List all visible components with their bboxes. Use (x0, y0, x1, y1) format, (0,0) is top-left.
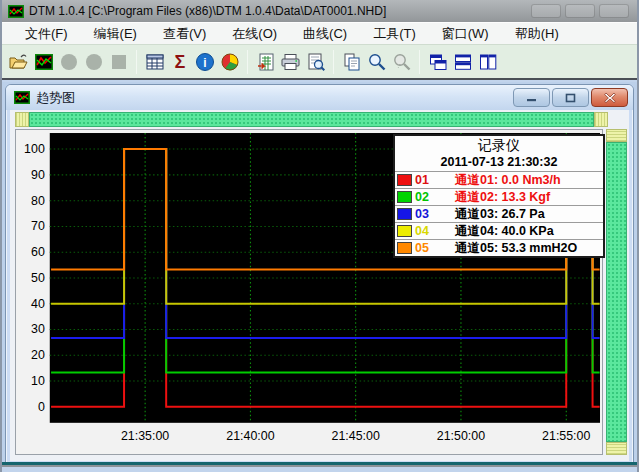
menu-item-window[interactable]: 窗口(W) (429, 23, 502, 45)
sum-sigma-icon: Σ (170, 52, 190, 72)
scroll-right-button[interactable] (594, 112, 608, 127)
sum-sigma-button[interactable]: Σ (167, 49, 192, 75)
y-tick-label: 70 (31, 219, 45, 233)
menu-item-tools[interactable]: 工具(T) (360, 23, 429, 45)
trend-view-button[interactable] (31, 49, 56, 75)
vertical-scrollbar[interactable] (606, 129, 627, 455)
legend-box: 记录仪 2011-07-13 21:30:32 01通道01: 0.0 Nm3/… (393, 134, 605, 258)
zoom-out-icon (392, 52, 412, 72)
scroll-down-button[interactable] (606, 442, 627, 455)
child-restore-button[interactable] (552, 88, 589, 107)
legend-row-channel-05: 05通道05: 53.3 mmH2O (395, 239, 603, 256)
info-button[interactable]: i (192, 49, 217, 75)
trend-window-icon (14, 91, 30, 104)
y-tick-label: 80 (31, 194, 45, 208)
record-start-icon (59, 52, 79, 72)
menu-item-file[interactable]: 文件(F) (12, 23, 81, 45)
channel-color-swatch (397, 191, 412, 203)
channel-value-text: 通道01: 0.0 Nm3/h (455, 172, 561, 189)
print-icon (280, 52, 301, 72)
maximize-button[interactable] (565, 4, 595, 18)
x-tick-label: 21:45:00 (332, 429, 380, 443)
horizontal-scrollbar[interactable] (15, 112, 608, 127)
scroll-left-button[interactable] (15, 112, 29, 127)
tile-vertical-button[interactable] (475, 49, 500, 75)
minimize-icon (526, 94, 538, 102)
channel-color-swatch (397, 242, 412, 254)
channel-number: 05 (415, 241, 441, 255)
export-excel-button[interactable] (253, 49, 278, 75)
zoom-in-icon (367, 52, 387, 72)
cascade-windows-icon (428, 52, 448, 72)
x-tick-label: 21:55:00 (542, 429, 590, 443)
chart-panel: 010203040506070809010021:35:0021:40:0021… (15, 129, 603, 455)
legend-title: 记录仪 (395, 136, 603, 155)
child-close-button[interactable] (591, 88, 628, 107)
toolbar: Σi (2, 44, 637, 80)
scroll-up-button[interactable] (606, 129, 627, 142)
channel-value-text: 通道05: 53.3 mmH2O (455, 240, 577, 257)
channel-color-swatch (397, 208, 412, 220)
y-tick-label: 30 (31, 322, 45, 336)
channel-number: 01 (415, 173, 441, 187)
minimize-button[interactable] (531, 4, 561, 18)
x-tick-label: 21:35:00 (121, 429, 169, 443)
close-icon (604, 92, 616, 103)
toolbar-separator (136, 50, 137, 74)
print-preview-icon (306, 52, 326, 72)
child-body: 010203040506070809010021:35:0021:40:0021… (10, 110, 629, 461)
copy-icon (342, 52, 362, 72)
print-preview-button[interactable] (303, 49, 328, 75)
export-excel-icon (256, 52, 276, 72)
menu-item-view[interactable]: 查看(V) (150, 23, 219, 45)
trend-child-window: 趋势图 (5, 84, 634, 466)
mdi-area: 趋势图 (2, 82, 637, 467)
toolbar-separator (333, 50, 334, 74)
zoom-in-button[interactable] (364, 49, 389, 75)
menu-item-curve[interactable]: 曲线(C) (290, 23, 360, 45)
record-stop-button (106, 49, 131, 75)
y-tick-label: 20 (31, 348, 45, 362)
open-file-button[interactable] (6, 49, 31, 75)
print-button[interactable] (278, 49, 303, 75)
trend-view-icon (34, 52, 54, 72)
record-pause-icon (84, 52, 104, 72)
child-minimize-button[interactable] (513, 88, 550, 107)
channel-number: 04 (415, 224, 441, 238)
legend-row-channel-02: 02通道02: 13.3 Kgf (395, 188, 603, 205)
child-window-title: 趋势图 (36, 89, 75, 107)
title-bar: DTM 1.0.4 [C:\Program Files (x86)\DTM 1.… (2, 0, 637, 22)
data-table-button[interactable] (142, 49, 167, 75)
tile-horizontal-button[interactable] (450, 49, 475, 75)
toolbar-separator (419, 50, 420, 74)
vertical-scroll-track[interactable] (606, 142, 627, 442)
channel-value-text: 通道02: 13.3 Kgf (455, 189, 550, 206)
zoom-out-button (389, 49, 414, 75)
legend-row-channel-03: 03通道03: 26.7 Pa (395, 205, 603, 222)
toolbar-separator (247, 50, 248, 74)
legend-row-channel-04: 04通道04: 40.0 KPa (395, 222, 603, 239)
menu-item-edit[interactable]: 编辑(E) (81, 23, 150, 45)
y-tick-label: 50 (31, 271, 45, 285)
pie-chart-icon (220, 52, 240, 72)
menu-bar: 文件(F)编辑(E)查看(V)在线(O)曲线(C)工具(T)窗口(W)帮助(H) (2, 22, 637, 44)
menu-item-online[interactable]: 在线(O) (219, 23, 290, 45)
cascade-windows-button[interactable] (425, 49, 450, 75)
channel-color-swatch (397, 225, 412, 237)
y-tick-label: 60 (31, 245, 45, 259)
legend-row-channel-01: 01通道01: 0.0 Nm3/h (395, 171, 603, 188)
menu-item-help[interactable]: 帮助(H) (502, 23, 572, 45)
close-button[interactable] (599, 4, 629, 18)
record-pause-button (81, 49, 106, 75)
restore-icon (565, 93, 576, 103)
svg-text:Σ: Σ (174, 52, 185, 72)
data-table-icon (145, 52, 165, 72)
pie-chart-button[interactable] (217, 49, 242, 75)
copy-button[interactable] (339, 49, 364, 75)
channel-value-text: 通道03: 26.7 Pa (455, 206, 545, 223)
y-tick-label: 0 (38, 400, 45, 414)
x-tick-label: 21:50:00 (437, 429, 485, 443)
channel-number: 02 (415, 190, 441, 204)
channel-value-text: 通道04: 40.0 KPa (455, 223, 554, 240)
horizontal-scroll-track[interactable] (29, 112, 594, 127)
